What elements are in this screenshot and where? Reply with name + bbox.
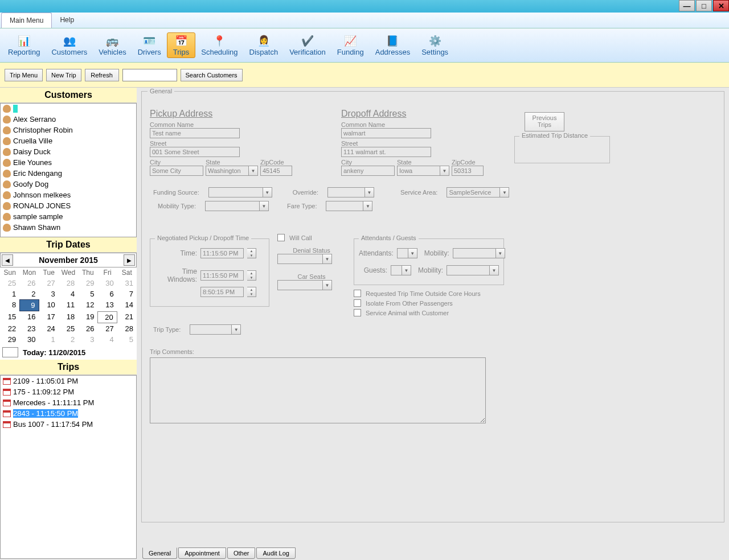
calendar-day[interactable]: 1: [39, 334, 59, 345]
calendar-day[interactable]: 2: [59, 334, 78, 345]
tab-other[interactable]: Other: [227, 547, 256, 559]
customer-item[interactable]: Eric Ndengang: [1, 168, 136, 179]
calendar-day[interactable]: 1: [0, 289, 19, 299]
trip-item[interactable]: 2843 - 11:15:50 PM: [1, 408, 136, 419]
ribbon-vehicles[interactable]: 🚌Vehicles: [93, 33, 132, 57]
chevron-down-icon[interactable]: ▼: [440, 166, 449, 176]
ribbon-drivers[interactable]: 🪪Drivers: [132, 33, 167, 57]
customer-list[interactable]: Alex SerranoChristopher RobinCruella Vil…: [0, 103, 137, 237]
trips-list[interactable]: 2109 - 11:05:01 PM175 - 11:09:12 PMMerce…: [0, 375, 137, 559]
calendar-day[interactable]: 25: [0, 278, 19, 289]
dropoff-street-input[interactable]: [341, 147, 431, 157]
search-customers-button[interactable]: Search Customers: [181, 69, 243, 81]
chevron-down-icon[interactable]: ▼: [500, 187, 509, 197]
customer-item[interactable]: Alex Serrano: [1, 114, 136, 125]
chevron-down-icon[interactable]: ▼: [363, 201, 372, 211]
dropoff-common-input[interactable]: [341, 128, 431, 138]
calendar-prev-button[interactable]: ◀: [2, 254, 13, 266]
customer-item[interactable]: Shawn Shawn: [1, 222, 136, 233]
car-seats-select[interactable]: [277, 280, 323, 290]
customer-item[interactable]: [1, 104, 136, 114]
calendar-day[interactable]: 24: [39, 323, 59, 334]
customer-item[interactable]: Johnson melkees: [1, 190, 136, 200]
dropoff-city-input[interactable]: [341, 166, 395, 176]
calendar-day[interactable]: 8: [0, 299, 19, 311]
calendar-day[interactable]: 12: [78, 299, 97, 311]
tw1-spinner[interactable]: ▲▼: [247, 270, 256, 281]
calendar-day[interactable]: 28: [59, 278, 78, 289]
calendar-day[interactable]: 4: [97, 334, 117, 345]
outside-hours-checkbox[interactable]: [354, 290, 361, 297]
maximize-button[interactable]: □: [696, 0, 712, 11]
calendar-day[interactable]: 27: [39, 278, 59, 289]
chevron-down-icon[interactable]: ▼: [323, 280, 332, 290]
customer-item[interactable]: RONALD JONES: [1, 200, 136, 211]
chevron-down-icon[interactable]: ▼: [402, 265, 411, 275]
calendar-day[interactable]: 5: [78, 289, 97, 299]
calendar-day[interactable]: 3: [78, 334, 97, 345]
trip-item[interactable]: 2109 - 11:05:01 PM: [1, 376, 136, 386]
ribbon-reporting[interactable]: 📊Reporting: [2, 33, 46, 57]
calendar-day[interactable]: 21: [117, 311, 137, 323]
calendar-day[interactable]: 3: [39, 289, 59, 299]
chevron-down-icon[interactable]: ▼: [263, 187, 272, 197]
ribbon-settings[interactable]: ⚙️Settings: [416, 33, 454, 57]
calendar-day[interactable]: 16: [19, 311, 39, 323]
minimize-button[interactable]: —: [679, 0, 695, 11]
calendar-day[interactable]: 30: [19, 334, 39, 345]
customer-item[interactable]: Cruella Ville: [1, 135, 136, 146]
tw2-spinner[interactable]: ▲▼: [247, 287, 256, 297]
new-trip-button[interactable]: New Trip: [46, 69, 81, 81]
calendar-day[interactable]: 4: [59, 289, 78, 299]
pickup-state-select[interactable]: [206, 166, 249, 176]
time-input[interactable]: [200, 248, 244, 258]
pickup-city-input[interactable]: [150, 166, 203, 176]
chevron-down-icon[interactable]: ▼: [249, 166, 258, 176]
calendar-day[interactable]: 19: [78, 311, 97, 323]
ribbon-customers[interactable]: 👥Customers: [46, 33, 93, 57]
chevron-down-icon[interactable]: ▼: [260, 201, 269, 211]
funding-source-select[interactable]: [208, 187, 263, 197]
trip-item[interactable]: 175 - 11:09:12 PM: [1, 386, 136, 397]
calendar-day[interactable]: 27: [97, 323, 117, 334]
customer-item[interactable]: sample sample: [1, 211, 136, 222]
ribbon-funding[interactable]: 📈Funding: [331, 33, 370, 57]
calendar-next-button[interactable]: ▶: [124, 254, 135, 266]
calendar-day[interactable]: 10: [39, 299, 59, 311]
trip-type-select[interactable]: [190, 324, 232, 335]
calendar-today-label[interactable]: Today: 11/20/2015: [23, 348, 85, 357]
calendar-day[interactable]: 29: [0, 334, 19, 345]
calendar-day[interactable]: 11: [59, 299, 78, 311]
customer-item[interactable]: Goofy Dog: [1, 179, 136, 190]
service-animal-checkbox[interactable]: [354, 309, 361, 316]
calendar-day[interactable]: 20: [97, 311, 117, 323]
calendar-day[interactable]: 7: [117, 289, 137, 299]
calendar-day[interactable]: 29: [78, 278, 97, 289]
chevron-down-icon[interactable]: ▼: [496, 248, 505, 258]
guests-select[interactable]: [391, 265, 402, 275]
chevron-down-icon[interactable]: ▼: [490, 265, 499, 275]
time-window-end-input[interactable]: [200, 287, 244, 297]
trip-menu-button[interactable]: Trip Menu: [5, 69, 43, 81]
calendar-day[interactable]: 15: [0, 311, 19, 323]
calendar-day[interactable]: 28: [117, 323, 137, 334]
attendants-mobility-select[interactable]: [453, 248, 496, 258]
calendar-day[interactable]: 18: [59, 311, 78, 323]
calendar-day[interactable]: 23: [19, 323, 39, 334]
dropoff-state-select[interactable]: [397, 166, 440, 176]
override-select[interactable]: [327, 187, 365, 197]
calendar-day[interactable]: 25: [59, 323, 78, 334]
menu-main[interactable]: Main Menu: [1, 13, 52, 28]
tab-general[interactable]: General: [142, 547, 177, 559]
calendar-day[interactable]: 22: [0, 323, 19, 334]
time-window-start-input[interactable]: [200, 270, 244, 281]
chevron-down-icon[interactable]: ▼: [408, 248, 417, 258]
chevron-down-icon[interactable]: ▼: [232, 324, 241, 335]
trip-comments-input[interactable]: [150, 357, 486, 423]
time-spinner[interactable]: ▲▼: [247, 248, 256, 258]
ribbon-trips[interactable]: 📅Trips: [167, 32, 195, 58]
trip-item[interactable]: Bus 1007 - 11:17:54 PM: [1, 419, 136, 430]
search-input[interactable]: [122, 69, 177, 81]
previous-trips-button[interactable]: Previous Trips: [525, 112, 564, 131]
tab-audit-log[interactable]: Audit Log: [256, 547, 295, 559]
